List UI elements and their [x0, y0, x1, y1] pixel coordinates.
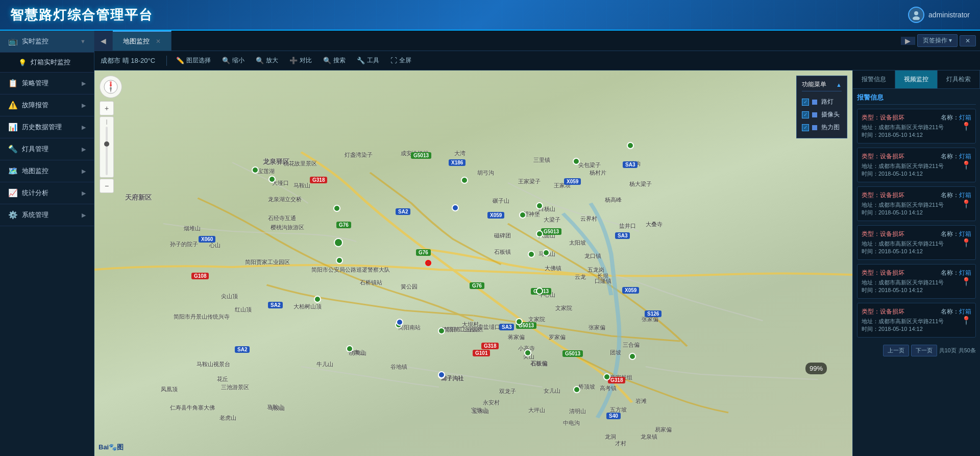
sidebar-label-sys: 系统管理: [22, 210, 48, 220]
tab-right-toggle[interactable]: ▶: [901, 37, 915, 45]
alert-type: 类型：设备损坏: [862, 307, 904, 316]
user-avatar: [908, 7, 924, 23]
tab-operations-button[interactable]: 页签操作 ▾: [917, 34, 958, 47]
alert-time: 时间：2018-05-10 14:12: [862, 286, 971, 294]
prev-page-button[interactable]: 上一页: [883, 345, 909, 356]
alert-card[interactable]: 类型：设备损坏 名称：灯箱 地址：成都市高新区天华路211号 时间：2018-0…: [857, 303, 976, 338]
gear-icon: ⚙️: [8, 210, 18, 220]
map-dot-13[interactable]: [461, 177, 468, 184]
monitor-icon: 📺: [8, 37, 18, 46]
alert-name-label: 名称：灯箱: [941, 307, 971, 316]
app-title: 智慧路灯综合管理平台: [10, 6, 153, 24]
sidebar-item-fault[interactable]: ⚠️ 故障报管 ▶: [0, 94, 94, 116]
sidebar-label-strategy: 策略管理: [22, 79, 48, 88]
map-dot-9[interactable]: [346, 345, 353, 352]
tools-button[interactable]: 🔧 工具: [353, 54, 383, 67]
map-dot-18[interactable]: [528, 251, 535, 258]
right-tab-alert[interactable]: 报警信息: [853, 70, 895, 88]
map-dot-4[interactable]: [334, 238, 343, 247]
alert-time: 时间：2018-05-10 14:12: [862, 209, 971, 217]
sidebar-item-history[interactable]: 📊 历史数据管理 ▶: [0, 116, 94, 138]
zoom-slider[interactable]: |: [100, 116, 114, 178]
map-dot-2[interactable]: [252, 166, 259, 174]
map-dot-14[interactable]: [543, 249, 550, 256]
map-dot-17[interactable]: [536, 230, 543, 237]
location-pin-icon[interactable]: 📍: [961, 122, 971, 131]
sidebar-item-sys-mgmt[interactable]: ⚙️ 系统管理 ▶: [0, 204, 94, 226]
map-dot-21[interactable]: [524, 349, 531, 356]
zoom-out-control[interactable]: −: [100, 179, 114, 193]
alert-card[interactable]: 类型：设备损坏 名称：灯箱 地址：成都市高新区天华路211号 时间：2018-0…: [857, 264, 976, 299]
location-pin-icon[interactable]: 📍: [961, 316, 971, 325]
camera-color-indicator: [812, 112, 817, 117]
road-badge: G101: [473, 350, 490, 356]
map-dot-16[interactable]: [536, 202, 543, 209]
alert-card[interactable]: 类型：设备损坏 名称：灯箱 地址：成都市高新区天华路211号 时间：2018-0…: [857, 225, 976, 260]
map-dot-1[interactable]: [333, 205, 340, 212]
location-pin-icon[interactable]: 📍: [961, 238, 971, 248]
tab-map-monitor[interactable]: 地图监控 ✕: [113, 31, 172, 51]
heatmap-checkbox[interactable]: ✓: [802, 124, 809, 131]
tab-close-icon[interactable]: ✕: [156, 38, 161, 45]
alert-card[interactable]: 类型：设备损坏 名称：灯箱 地址：成都市高新区天华路211号 时间：2018-0…: [857, 186, 976, 221]
sidebar-item-stats[interactable]: 📈 统计分析 ▶: [0, 182, 94, 204]
alert-card[interactable]: 类型：设备损坏 名称：灯箱 地址：成都市高新区天华路211号 时间：2018-0…: [857, 109, 976, 143]
zoom-in-button[interactable]: 🔍 放大: [252, 54, 282, 67]
next-page-button[interactable]: 下一页: [911, 345, 937, 356]
map-dot-red-1[interactable]: [425, 260, 431, 266]
func-menu-heatmap[interactable]: ✓ 热力图: [802, 121, 842, 134]
road-badge: G76: [470, 282, 484, 289]
sidebar-item-realtime[interactable]: 📺 实时监控 ▼: [0, 31, 94, 53]
road-badge: SA3: [623, 161, 638, 168]
map-dot-5[interactable]: [336, 257, 343, 264]
road-light-checkbox[interactable]: ✓: [802, 99, 809, 106]
alert-address: 地址：成都市高新区天华路211号: [862, 162, 971, 170]
location-pin-icon[interactable]: 📍: [961, 160, 971, 170]
map-dot-blue-1[interactable]: [452, 204, 459, 211]
map-dot-23[interactable]: [627, 142, 634, 149]
sidebar-item-map-monitor[interactable]: 🗺️ 地图监控 ▶: [0, 160, 94, 182]
map-dot-8[interactable]: [438, 327, 445, 334]
map-dot-blue-3[interactable]: [438, 371, 445, 378]
camera-checkbox[interactable]: ✓: [802, 111, 809, 118]
func-menu-road-light[interactable]: ✓ 路灯: [802, 95, 842, 108]
fullscreen-icon: ⛶: [390, 57, 397, 64]
fullscreen-button[interactable]: ⛶ 全屏: [386, 54, 415, 67]
compass-control[interactable]: N: [100, 76, 122, 98]
pagination: 上一页 下一页 共10页 共50条: [857, 342, 976, 359]
right-tab-light-check[interactable]: 灯具检索: [938, 70, 980, 88]
map-icon: 🗺️: [8, 166, 18, 176]
road-badge: G318: [310, 177, 327, 183]
func-menu-expand-icon[interactable]: ▲: [836, 82, 842, 88]
alert-card[interactable]: 类型：设备损坏 名称：灯箱 地址：成都市高新区天华路211号 时间：2018-0…: [857, 148, 976, 182]
heatmap-color-indicator: [812, 125, 817, 130]
baidu-logo: Bai🐾图: [99, 443, 124, 452]
map-dot-blue-2[interactable]: [396, 319, 403, 326]
tools-icon: 🔧: [357, 57, 365, 64]
right-tab-video[interactable]: 视频监控: [895, 70, 938, 88]
sidebar-item-light-mgmt[interactable]: 🔦 灯具管理 ▶: [0, 138, 94, 160]
map-container[interactable]: N + | − 功能菜单 ▲: [94, 70, 852, 456]
map-dot-15[interactable]: [573, 158, 580, 165]
map-dot-24[interactable]: [629, 353, 636, 360]
location-pin-icon[interactable]: 📍: [961, 199, 971, 209]
tab-toggle-button[interactable]: ◀: [94, 31, 113, 51]
map-dot-22[interactable]: [573, 386, 580, 393]
tab-close-button[interactable]: ✕: [960, 35, 976, 46]
map-dot-19[interactable]: [536, 287, 543, 295]
zoom-in-control[interactable]: +: [100, 101, 114, 115]
sidebar-item-light-realtime[interactable]: 💡 灯箱实时监控: [0, 53, 94, 73]
zoom-out-button[interactable]: 🔍 缩小: [218, 54, 249, 67]
sidebar-item-strategy[interactable]: 📋 策略管理 ▶: [0, 73, 94, 94]
layer-select-button[interactable]: ✏️ 图层选择: [172, 54, 215, 67]
map-dot-12[interactable]: [519, 211, 526, 219]
map-dot-20[interactable]: [516, 318, 523, 325]
map-dot-3[interactable]: [268, 176, 276, 183]
contrast-button[interactable]: ➕ 对比: [285, 54, 316, 67]
location-pin-icon[interactable]: 📍: [961, 277, 971, 286]
map-dot-6[interactable]: [314, 296, 321, 303]
map-dot-11[interactable]: [603, 373, 610, 380]
func-menu-camera[interactable]: ✓ 摄像头: [802, 108, 842, 121]
search-button[interactable]: 🔍 搜索: [319, 54, 350, 67]
sidebar-label-map: 地图监控: [22, 166, 48, 176]
